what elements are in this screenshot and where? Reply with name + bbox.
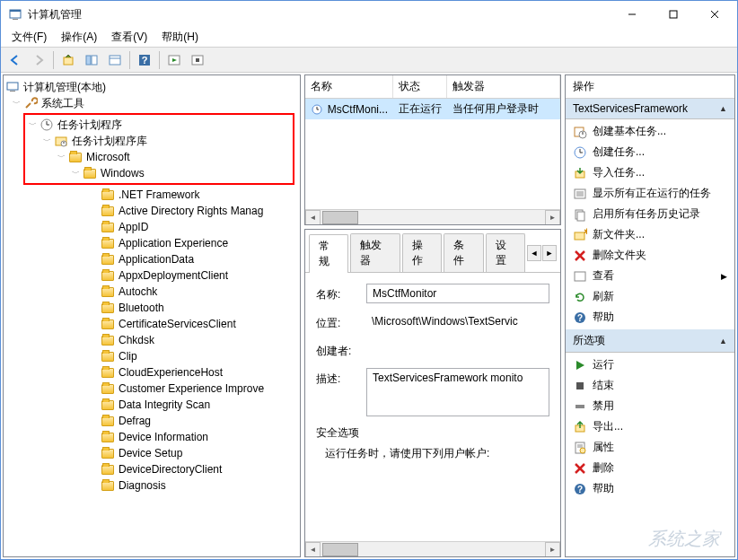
tree-folder-item[interactable]: Chkdsk bbox=[5, 332, 298, 348]
tree-folder-item[interactable]: CertificateServicesClient bbox=[5, 316, 298, 332]
middle-pane: 名称 状态 触发器 MsCtfMoni... 正在运行 当任何用户登录时 bbox=[303, 73, 563, 559]
tree-task-scheduler[interactable]: ﹀ 任务计划程序 bbox=[27, 117, 291, 133]
action-enable-history[interactable]: 启用所有任务历史记录 bbox=[566, 204, 734, 224]
tree-folder-item[interactable]: Device Information bbox=[5, 429, 298, 445]
col-name[interactable]: 名称 bbox=[305, 75, 393, 98]
show-hide-tree-button[interactable] bbox=[81, 49, 102, 71]
tree-folder-item[interactable]: Autochk bbox=[5, 284, 298, 300]
expander-icon[interactable]: ﹀ bbox=[70, 168, 81, 179]
tree-folder-item[interactable]: Defrag bbox=[5, 413, 298, 429]
action-task-create[interactable]: 创建任务... bbox=[566, 142, 734, 162]
minimize-button[interactable] bbox=[611, 1, 653, 28]
tree-microsoft[interactable]: ﹀ Microsoft bbox=[27, 149, 291, 165]
expander-icon[interactable]: ﹀ bbox=[41, 136, 52, 146]
action-import[interactable]: 导入任务... bbox=[566, 162, 734, 183]
tree-pane[interactable]: 计算机管理(本地) ﹀ 系统工具 ﹀ 任务计划程序 bbox=[3, 74, 301, 557]
folder-icon bbox=[101, 398, 115, 412]
svg-rect-45 bbox=[575, 272, 585, 281]
action-disable[interactable]: 禁用 bbox=[566, 396, 734, 416]
action-refresh[interactable]: 刷新 bbox=[566, 286, 734, 307]
folder-label: Active Directory Rights Manag bbox=[119, 205, 263, 217]
properties-button[interactable] bbox=[104, 49, 126, 71]
action-help[interactable]: ?帮助 bbox=[566, 307, 734, 328]
action-run[interactable]: 运行 bbox=[566, 354, 734, 375]
tree-folder-item[interactable]: AppID bbox=[5, 219, 298, 235]
expander-icon[interactable]: ﹀ bbox=[27, 119, 38, 130]
task-basic-icon bbox=[573, 125, 587, 139]
main-window: 计算机管理 文件(F) 操作(A) 查看(V) 帮助(H) ? 计算机 bbox=[0, 0, 738, 560]
back-button[interactable] bbox=[4, 49, 26, 71]
tab-general[interactable]: 常规 bbox=[309, 234, 348, 273]
tree-folder-item[interactable]: Application Experience bbox=[5, 235, 298, 251]
tree-windows[interactable]: ﹀ Windows bbox=[27, 165, 291, 181]
menu-view[interactable]: 查看(V) bbox=[104, 28, 154, 47]
svg-text:?: ? bbox=[577, 313, 583, 323]
tree-folder-item[interactable]: .NET Framework bbox=[5, 187, 298, 203]
maximize-button[interactable] bbox=[653, 1, 694, 28]
action-task-basic[interactable]: 创建基本任务... bbox=[566, 121, 734, 142]
tab-conditions[interactable]: 条件 bbox=[444, 233, 483, 272]
tree-folder-item[interactable]: DeviceDirectoryClient bbox=[5, 461, 298, 477]
action-properties[interactable]: 属性 bbox=[566, 437, 734, 458]
folder-label: Application Experience bbox=[119, 237, 228, 249]
tree-folder-item[interactable]: Clip bbox=[5, 348, 298, 364]
up-button[interactable] bbox=[57, 49, 79, 71]
scroll-left-button[interactable]: ◄ bbox=[305, 210, 321, 225]
tree-folder-item[interactable]: Diagnosis bbox=[5, 477, 298, 494]
menu-help[interactable]: 帮助(H) bbox=[154, 28, 206, 47]
tab-actions[interactable]: 操作 bbox=[402, 233, 442, 272]
col-status[interactable]: 状态 bbox=[393, 75, 447, 98]
expander-icon[interactable]: ﹀ bbox=[56, 152, 66, 162]
action-end[interactable]: 结束 bbox=[566, 375, 734, 396]
col-triggers[interactable]: 触发器 bbox=[447, 75, 560, 98]
tree-system-tools[interactable]: ﹀ 系统工具 bbox=[5, 95, 298, 111]
tree-root[interactable]: 计算机管理(本地) bbox=[5, 79, 298, 95]
tab-scroll-right[interactable]: ► bbox=[542, 245, 557, 261]
end-task-button[interactable] bbox=[187, 49, 208, 71]
action-delete-red[interactable]: 删除 bbox=[566, 458, 734, 478]
tree-folder-item[interactable]: Active Directory Rights Manag bbox=[5, 203, 298, 219]
tab-triggers[interactable]: 触发器 bbox=[350, 233, 400, 272]
tree-folder-item[interactable]: Customer Experience Improve bbox=[5, 381, 298, 397]
menu-file[interactable]: 文件(F) bbox=[4, 28, 54, 47]
action-group-selected[interactable]: 所选项 ▲ bbox=[566, 329, 734, 353]
expander-icon[interactable]: ﹀ bbox=[11, 98, 22, 109]
tree-task-scheduler-library[interactable]: ﹀ 任务计划程序库 bbox=[27, 133, 291, 149]
tree-folder-item[interactable]: Device Setup bbox=[5, 445, 298, 461]
forward-button[interactable] bbox=[28, 49, 49, 71]
tab-scroll-left[interactable]: ◄ bbox=[527, 245, 541, 261]
folder-label: AppID bbox=[119, 221, 148, 233]
detail-pane: 常规 触发器 操作 条件 设置 ◄ ► 名称: MsCtfMonitor bbox=[304, 229, 561, 557]
detail-horizontal-scrollbar[interactable]: ◄ ► bbox=[305, 541, 560, 556]
scroll-thumb[interactable] bbox=[322, 211, 358, 224]
tree-folder-item[interactable]: Bluetooth bbox=[5, 300, 298, 316]
tree-folder-item[interactable]: AppxDeploymentClient bbox=[5, 267, 298, 284]
task-row[interactable]: MsCtfMoni... 正在运行 当任何用户登录时 bbox=[305, 99, 560, 119]
name-field[interactable]: MsCtfMonitor bbox=[366, 284, 549, 303]
scroll-right-button[interactable]: ► bbox=[545, 542, 560, 557]
action-new-folder[interactable]: ✱新文件夹... bbox=[566, 224, 734, 245]
tab-settings[interactable]: 设置 bbox=[486, 233, 525, 272]
menu-action[interactable]: 操作(A) bbox=[54, 28, 104, 47]
run-task-button[interactable] bbox=[163, 49, 185, 71]
help-button[interactable]: ? bbox=[134, 49, 155, 71]
action-delete-red[interactable]: 删除文件夹 bbox=[566, 245, 734, 266]
tree-folder-item[interactable]: ApplicationData bbox=[5, 251, 298, 267]
action-show-running[interactable]: 显示所有正在运行的任务 bbox=[566, 183, 734, 204]
action-export[interactable]: 导出... bbox=[566, 416, 734, 437]
action-help[interactable]: ?帮助 bbox=[566, 478, 734, 499]
location-value: \Microsoft\Windows\TextServic bbox=[366, 312, 549, 330]
tree-folder-item[interactable]: CloudExperienceHost bbox=[5, 364, 298, 381]
task-list-body[interactable]: MsCtfMoni... 正在运行 当任何用户登录时 bbox=[305, 99, 560, 209]
folder-icon bbox=[101, 268, 115, 283]
action-group-context[interactable]: TextServicesFramework ▲ bbox=[566, 99, 734, 119]
tree-folder-item[interactable]: Data Integrity Scan bbox=[5, 397, 298, 413]
scroll-thumb[interactable] bbox=[322, 543, 358, 556]
folder-label: DeviceDirectoryClient bbox=[119, 463, 222, 476]
scroll-right-button[interactable]: ► bbox=[545, 210, 560, 225]
close-button[interactable] bbox=[694, 1, 735, 28]
scroll-left-button[interactable]: ◄ bbox=[305, 542, 321, 557]
description-field[interactable]: TextServicesFramework monito bbox=[366, 368, 549, 416]
horizontal-scrollbar[interactable]: ◄ ► bbox=[305, 209, 560, 224]
action-view[interactable]: 查看▶ bbox=[566, 266, 734, 286]
